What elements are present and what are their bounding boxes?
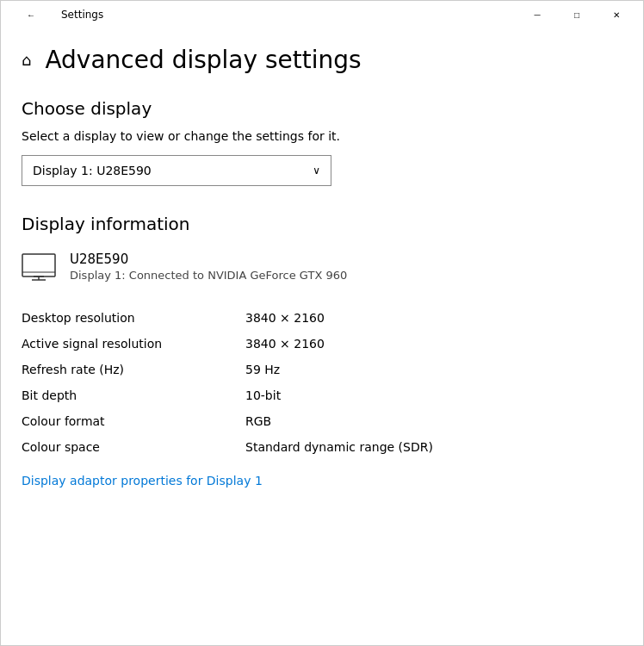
display-card-text: U28E590 Display 1: Connected to NVIDIA G…: [70, 252, 347, 282]
titlebar-controls: ─ □ ✕: [517, 1, 636, 28]
table-row: Colour spaceStandard dynamic range (SDR): [22, 434, 622, 460]
choose-display-section: Choose display Select a display to view …: [22, 98, 622, 186]
dropdown-container: Display 1: U28E590 ∨: [22, 155, 622, 186]
dropdown-value: Display 1: U28E590: [33, 164, 152, 177]
page-header: ⌂ Advanced display settings: [22, 46, 622, 74]
back-button[interactable]: ←: [11, 1, 51, 28]
info-value: 59 Hz: [245, 357, 622, 382]
titlebar-title: Settings: [61, 9, 103, 21]
display-information-section: Display information U28E590 Display 1: C…: [22, 214, 622, 488]
chevron-down-icon: ∨: [313, 165, 320, 177]
info-label: Bit depth: [22, 382, 245, 408]
display-name: U28E590: [70, 252, 347, 267]
table-row: Active signal resolution3840 × 2160: [22, 331, 622, 357]
table-row: Refresh rate (Hz)59 Hz: [22, 357, 622, 382]
table-row: Bit depth10-bit: [22, 382, 622, 408]
monitor-icon: [22, 253, 56, 284]
minimize-button[interactable]: ─: [517, 1, 557, 28]
page-title: Advanced display settings: [45, 46, 361, 74]
info-value: 3840 × 2160: [245, 305, 622, 331]
display-adaptor-link[interactable]: Display adaptor properties for Display 1: [22, 474, 263, 488]
info-value: Standard dynamic range (SDR): [245, 434, 622, 460]
display-information-title: Display information: [22, 214, 622, 234]
info-value: RGB: [245, 408, 622, 434]
main-content: ⌂ Advanced display settings Choose displ…: [1, 28, 643, 645]
info-label: Desktop resolution: [22, 305, 245, 331]
titlebar: ← Settings ─ □ ✕: [1, 1, 643, 28]
info-value: 10-bit: [245, 382, 622, 408]
titlebar-left: ← Settings: [11, 1, 103, 28]
info-label: Refresh rate (Hz): [22, 357, 245, 382]
choose-display-subtitle: Select a display to view or change the s…: [22, 129, 622, 143]
info-label: Active signal resolution: [22, 331, 245, 357]
home-icon: ⌂: [22, 51, 31, 69]
table-row: Colour formatRGB: [22, 408, 622, 434]
choose-display-title: Choose display: [22, 98, 622, 119]
table-row: Desktop resolution3840 × 2160: [22, 305, 622, 331]
display-desc: Display 1: Connected to NVIDIA GeForce G…: [70, 269, 347, 282]
info-label: Colour space: [22, 434, 245, 460]
close-button[interactable]: ✕: [597, 1, 636, 28]
info-value: 3840 × 2160: [245, 331, 622, 357]
maximize-button[interactable]: □: [557, 1, 597, 28]
display-dropdown[interactable]: Display 1: U28E590 ∨: [22, 155, 331, 186]
display-card: U28E590 Display 1: Connected to NVIDIA G…: [22, 252, 622, 284]
svg-rect-0: [22, 254, 55, 276]
display-info-table: Desktop resolution3840 × 2160Active sign…: [22, 305, 622, 460]
info-label: Colour format: [22, 408, 245, 434]
settings-window: ← Settings ─ □ ✕ ⌂ Advanced display sett…: [0, 0, 644, 646]
